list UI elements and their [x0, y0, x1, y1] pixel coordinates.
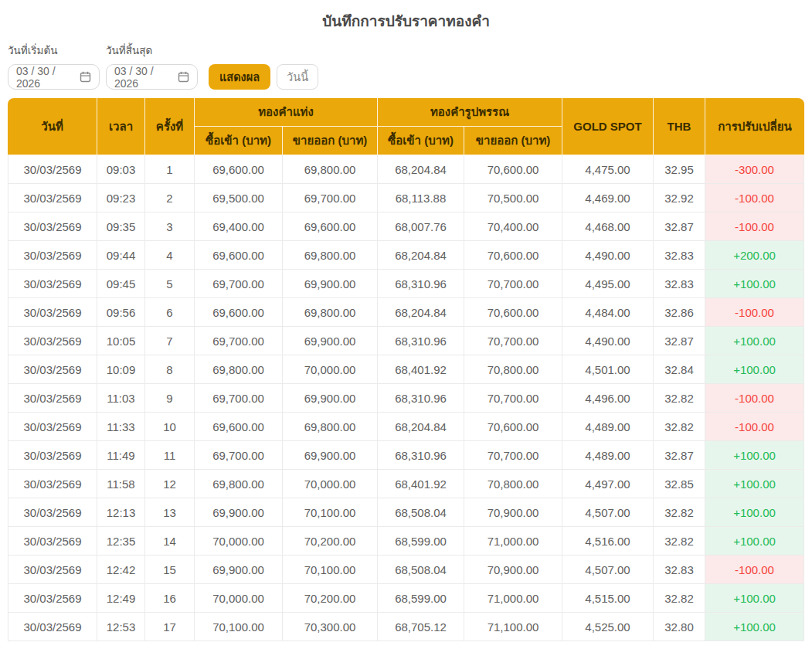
- cell-gold-spot: 4,501.00: [562, 355, 654, 384]
- header-ornament-sell: ขายออก (บาท): [464, 127, 562, 155]
- cell-bar-sell: 69,700.00: [283, 184, 378, 212]
- cell-date: 30/03/2569: [8, 441, 97, 470]
- end-date-input[interactable]: 03 / 30 / 2026: [106, 64, 198, 90]
- cell-date: 30/03/2569: [8, 584, 97, 613]
- start-date-value: 03 / 30 / 2026: [16, 65, 80, 90]
- cell-ornament-sell: 70,600.00: [464, 155, 562, 184]
- table-row: 30/03/2569 12:53 17 70,100.00 70,300.00 …: [8, 613, 804, 641]
- table-row: 30/03/2569 09:44 4 69,600.00 69,800.00 6…: [8, 241, 804, 270]
- cell-time: 12:53: [97, 613, 145, 641]
- cell-gold-spot: 4,490.00: [562, 241, 654, 270]
- cell-thb: 32.92: [654, 184, 705, 212]
- cell-bar-buy: 69,600.00: [195, 413, 283, 441]
- cell-gold-spot: 4,495.00: [562, 270, 654, 298]
- calendar-icon[interactable]: [178, 71, 189, 83]
- table-row: 30/03/2569 10:05 7 69,700.00 69,900.00 6…: [8, 327, 804, 355]
- cell-round: 2: [145, 184, 195, 212]
- cell-date: 30/03/2569: [8, 384, 97, 413]
- header-time: เวลา: [97, 98, 145, 155]
- end-date-label: วันที่สิ้นสุด: [106, 42, 198, 59]
- start-date-input[interactable]: 03 / 30 / 2026: [8, 64, 100, 90]
- cell-thb: 32.82: [654, 498, 705, 527]
- cell-thb: 32.83: [654, 556, 705, 584]
- cell-bar-sell: 70,000.00: [283, 470, 378, 498]
- cell-ornament-buy: 68,310.96: [378, 441, 464, 470]
- cell-thb: 32.80: [654, 613, 705, 641]
- cell-thb: 32.83: [654, 270, 705, 298]
- cell-thb: 32.83: [654, 241, 705, 270]
- table-row: 30/03/2569 09:35 3 69,400.00 69,600.00 6…: [8, 212, 804, 241]
- cell-time: 09:35: [97, 212, 145, 241]
- cell-time: 10:09: [97, 355, 145, 384]
- cell-ornament-buy: 68,204.84: [378, 241, 464, 270]
- cell-bar-buy: 69,700.00: [195, 441, 283, 470]
- cell-gold-spot: 4,497.00: [562, 470, 654, 498]
- cell-round: 13: [145, 498, 195, 527]
- cell-gold-spot: 4,489.00: [562, 441, 654, 470]
- table-row: 30/03/2569 11:49 11 69,700.00 69,900.00 …: [8, 441, 804, 470]
- cell-ornament-buy: 68,310.96: [378, 384, 464, 413]
- cell-time: 11:49: [97, 441, 145, 470]
- cell-ornament-sell: 70,700.00: [464, 441, 562, 470]
- header-gold-bar: ทองคำแท่ง: [195, 98, 378, 127]
- cell-gold-spot: 4,484.00: [562, 298, 654, 327]
- cell-ornament-sell: 70,800.00: [464, 355, 562, 384]
- table-row: 30/03/2569 09:45 5 69,700.00 69,900.00 6…: [8, 270, 804, 298]
- cell-ornament-sell: 71,000.00: [464, 584, 562, 613]
- table-row: 30/03/2569 11:33 10 69,600.00 69,800.00 …: [8, 413, 804, 441]
- cell-gold-spot: 4,496.00: [562, 384, 654, 413]
- cell-round: 5: [145, 270, 195, 298]
- cell-bar-sell: 69,900.00: [283, 441, 378, 470]
- table-body: 30/03/2569 09:03 1 69,600.00 69,800.00 6…: [8, 155, 804, 641]
- cell-ornament-buy: 68,204.84: [378, 413, 464, 441]
- cell-thb: 32.85: [654, 470, 705, 498]
- table-row: 30/03/2569 12:49 16 70,000.00 70,200.00 …: [8, 584, 804, 613]
- cell-bar-sell: 69,600.00: [283, 212, 378, 241]
- cell-round: 12: [145, 470, 195, 498]
- cell-thb: 32.84: [654, 355, 705, 384]
- cell-change: +100.00: [705, 470, 804, 498]
- cell-change: -100.00: [705, 298, 804, 327]
- cell-bar-sell: 70,200.00: [283, 584, 378, 613]
- cell-ornament-buy: 68,401.92: [378, 470, 464, 498]
- cell-change: +100.00: [705, 355, 804, 384]
- cell-bar-sell: 69,900.00: [283, 384, 378, 413]
- table-row: 30/03/2569 09:03 1 69,600.00 69,800.00 6…: [8, 155, 804, 184]
- cell-change: -100.00: [705, 556, 804, 584]
- today-button[interactable]: วันนี้: [277, 64, 318, 90]
- cell-time: 10:05: [97, 327, 145, 355]
- cell-gold-spot: 4,515.00: [562, 584, 654, 613]
- cell-time: 09:44: [97, 241, 145, 270]
- cell-round: 17: [145, 613, 195, 641]
- calendar-icon[interactable]: [80, 71, 91, 83]
- start-date-field: วันที่เริ่มต้น 03 / 30 / 2026: [8, 42, 100, 90]
- cell-time: 09:23: [97, 184, 145, 212]
- cell-gold-spot: 4,507.00: [562, 498, 654, 527]
- header-thb: THB: [654, 98, 705, 155]
- cell-bar-sell: 69,800.00: [283, 155, 378, 184]
- cell-round: 15: [145, 556, 195, 584]
- cell-bar-buy: 69,600.00: [195, 241, 283, 270]
- cell-bar-sell: 69,800.00: [283, 298, 378, 327]
- cell-change: +100.00: [705, 613, 804, 641]
- cell-ornament-sell: 71,000.00: [464, 527, 562, 556]
- cell-ornament-sell: 70,400.00: [464, 212, 562, 241]
- cell-ornament-buy: 68,113.88: [378, 184, 464, 212]
- cell-thb: 32.87: [654, 327, 705, 355]
- cell-ornament-buy: 68,508.04: [378, 556, 464, 584]
- cell-change: +100.00: [705, 441, 804, 470]
- cell-ornament-sell: 70,800.00: [464, 470, 562, 498]
- cell-time: 11:58: [97, 470, 145, 498]
- show-results-button[interactable]: แสดงผล: [209, 64, 270, 90]
- cell-date: 30/03/2569: [8, 355, 97, 384]
- cell-bar-buy: 69,800.00: [195, 470, 283, 498]
- cell-bar-buy: 69,600.00: [195, 298, 283, 327]
- gold-price-table: วันที่ เวลา ครั้งที่ ทองคำแท่ง ทองคำรูปพ…: [8, 98, 804, 641]
- cell-thb: 32.87: [654, 212, 705, 241]
- cell-ornament-sell: 70,600.00: [464, 298, 562, 327]
- cell-ornament-sell: 70,600.00: [464, 241, 562, 270]
- cell-ornament-buy: 68,204.84: [378, 298, 464, 327]
- cell-round: 16: [145, 584, 195, 613]
- cell-round: 8: [145, 355, 195, 384]
- cell-ornament-buy: 68,508.04: [378, 498, 464, 527]
